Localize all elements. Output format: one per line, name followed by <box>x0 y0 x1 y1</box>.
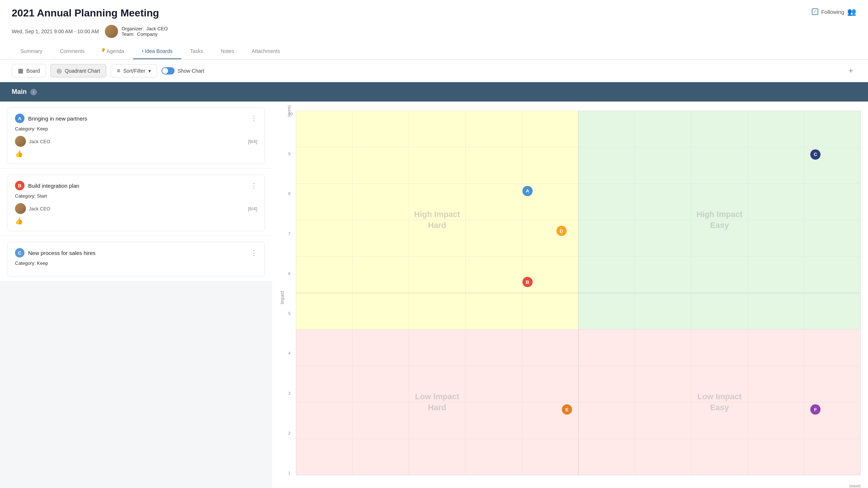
card-b-title-text: Build integration plan <box>28 183 79 189</box>
chart-point-f[interactable]: F <box>810 404 821 415</box>
badge-c: C <box>15 248 24 258</box>
board-view-button[interactable]: ▦ Board <box>12 64 46 77</box>
view-toolbar: ▦ Board ◎ Quadrant Chart ≡ Sort/Filter ▾… <box>0 60 868 82</box>
filter-icon: ≡ <box>117 68 120 74</box>
card-c-title-text: New process for sales hires <box>28 250 95 256</box>
following-label: Following <box>821 9 844 15</box>
quadrant-chart: (more) 10 9 8 7 6 5 4 3 2 1 <box>272 102 868 488</box>
chart-point-a[interactable]: A <box>522 186 533 196</box>
card-b: B Build integration plan ⋮ Category: Sta… <box>0 169 272 236</box>
toggle-switch[interactable]: i <box>161 67 175 75</box>
organizer-avatar <box>105 25 118 38</box>
team-name: Company <box>137 31 157 37</box>
app-container: 2021 Annual Planning Meeting ✓ Following… <box>0 0 868 488</box>
tab-idea-boards[interactable]: •Idea Boards <box>133 44 181 59</box>
y-8: 8 <box>288 191 293 196</box>
card-b-footer: Jack CEO [6/4] <box>15 203 257 214</box>
meeting-title: 2021 Annual Planning Meeting <box>12 7 159 19</box>
chart-point-c[interactable]: C <box>810 149 821 160</box>
tab-attachments[interactable]: Attachments <box>243 44 289 59</box>
organizer-info: Organizer: Jack CEO Team: Company <box>105 25 168 38</box>
agenda-dot: • <box>102 48 105 51</box>
chart-point-b[interactable]: B <box>522 277 533 287</box>
y-6: 6 <box>288 271 293 276</box>
people-icon: 👥 <box>847 7 856 16</box>
card-b-like-button[interactable]: 👍 <box>15 217 257 225</box>
team-line: Team: Company <box>122 31 168 37</box>
datetime: Wed, Sep 1, 2021 9:00 AM - 10:00 AM <box>12 28 99 34</box>
chevron-down-icon: ▾ <box>148 68 151 74</box>
show-chart-label: Show Chart <box>178 68 204 74</box>
card-a-category: Category: Keep <box>15 126 257 131</box>
card-a: A Bringing in new partners ⋮ Category: K… <box>0 102 272 169</box>
card-a-avatar <box>15 136 26 147</box>
card-b-more-button[interactable]: ⋮ <box>251 182 257 190</box>
main-content-wrapper: Main i A Bringing in new partners ⋮ <box>0 82 868 488</box>
idea-boards-dot: • <box>142 48 144 54</box>
card-a-user: Jack CEO <box>15 136 50 147</box>
cards-panel: A Bringing in new partners ⋮ Category: K… <box>0 102 272 488</box>
chart-panel: (more) 10 9 8 7 6 5 4 3 2 1 <box>272 102 868 488</box>
quadrant-chart-button[interactable]: ◎ Quadrant Chart <box>50 64 106 77</box>
avatar-image <box>105 25 118 38</box>
card-c-inner: C New process for sales hires ⋮ Category… <box>7 242 265 277</box>
card-a-like-button[interactable]: 👍 <box>15 150 257 158</box>
sort-filter-button[interactable]: ≡ Sort/Filter ▾ <box>111 64 157 77</box>
organizer-name: Jack CEO <box>146 26 168 31</box>
following-button[interactable]: ✓ Following 👥 <box>812 7 856 16</box>
card-a-header: A Bringing in new partners ⋮ <box>15 114 257 123</box>
card-b-user: Jack CEO <box>15 203 50 214</box>
card-b-title: B Build integration plan <box>15 181 79 190</box>
card-c: C New process for sales hires ⋮ Category… <box>0 236 272 281</box>
tab-notes[interactable]: Notes <box>212 44 243 59</box>
card-a-title: A Bringing in new partners <box>15 114 87 123</box>
card-c-more-button[interactable]: ⋮ <box>251 249 257 257</box>
chart-point-e[interactable]: E <box>562 404 572 415</box>
tab-summary[interactable]: Summary <box>12 44 51 59</box>
tab-agenda[interactable]: •Agenda <box>94 44 133 59</box>
tab-bar: Summary Comments •Agenda •Idea Boards Ta… <box>12 44 856 59</box>
y-10: 10 <box>288 112 293 116</box>
card-b-votes: [6/4] <box>248 206 257 211</box>
badge-b: B <box>15 181 24 190</box>
quadrant-label: Quadrant Chart <box>65 68 100 74</box>
page-header: 2021 Annual Planning Meeting ✓ Following… <box>0 0 868 60</box>
card-a-title-text: Bringing in new partners <box>28 115 87 122</box>
y-5: 5 <box>288 311 293 316</box>
chart-point-d[interactable]: D <box>556 226 567 236</box>
section-header: Main i <box>0 82 868 102</box>
badge-a: A <box>15 114 24 123</box>
tab-tasks[interactable]: Tasks <box>181 44 212 59</box>
organizer-label: Organizer: <box>122 26 144 31</box>
meta-row: Wed, Sep 1, 2021 9:00 AM - 10:00 AM Orga… <box>12 25 856 38</box>
y-1: 1 <box>288 471 293 475</box>
organizer-line: Organizer: Jack CEO <box>122 26 168 31</box>
card-b-header: B Build integration plan ⋮ <box>15 181 257 190</box>
board-icon: ▦ <box>18 67 23 74</box>
card-c-category: Category: Keep <box>15 260 257 266</box>
chart-plot-area: High ImpactHard High ImpactEasy Low Impa… <box>296 111 861 475</box>
card-a-inner: A Bringing in new partners ⋮ Category: K… <box>7 107 265 164</box>
card-a-username: Jack CEO <box>29 139 50 144</box>
section-info-icon[interactable]: i <box>30 89 37 95</box>
tab-comments[interactable]: Comments <box>51 44 94 59</box>
org-details: Organizer: Jack CEO Team: Company <box>122 26 168 37</box>
card-c-title: C New process for sales hires <box>15 248 95 258</box>
y-3: 3 <box>288 391 293 396</box>
card-a-votes: [9/4] <box>248 139 257 144</box>
add-button[interactable]: + <box>845 65 856 76</box>
y-axis-label: Impact <box>280 291 285 304</box>
card-b-username: Jack CEO <box>29 206 50 211</box>
following-checkbox: ✓ <box>812 8 818 15</box>
grid-svg <box>296 111 861 475</box>
y-4: 4 <box>288 351 293 355</box>
content-panels: A Bringing in new partners ⋮ Category: K… <box>0 102 868 488</box>
card-c-header: C New process for sales hires ⋮ <box>15 248 257 258</box>
card-b-category: Category: Start <box>15 193 257 199</box>
x-axis-label: (ease) <box>849 484 861 488</box>
show-chart-toggle[interactable]: i Show Chart <box>161 67 204 75</box>
card-a-more-button[interactable]: ⋮ <box>251 114 257 122</box>
y-axis-numbers: 10 9 8 7 6 5 4 3 2 1 <box>288 112 293 475</box>
sort-filter-label: Sort/Filter <box>123 68 145 74</box>
card-b-inner: B Build integration plan ⋮ Category: Sta… <box>7 175 265 231</box>
